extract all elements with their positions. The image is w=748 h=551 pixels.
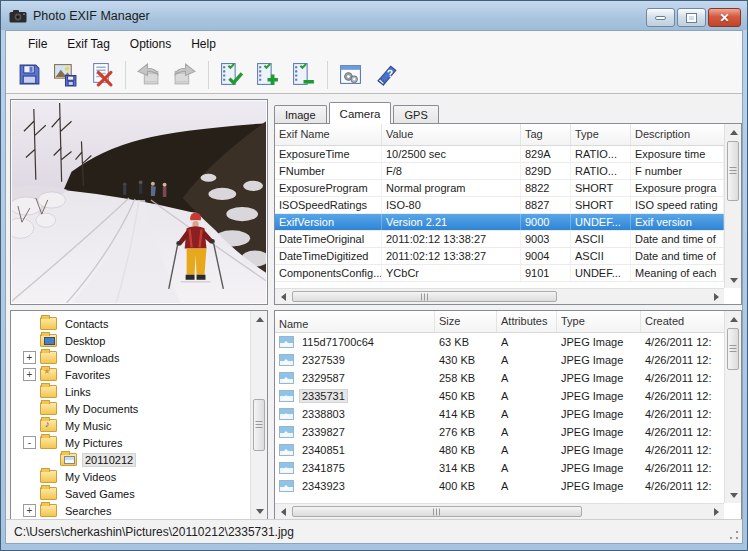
exif-table-row[interactable]: ExposureTime 10/2500 sec 829A RATIO... E…	[275, 146, 724, 163]
tree-expander-icon[interactable]	[23, 419, 36, 432]
resize-grip[interactable]	[728, 529, 740, 541]
exif-horizontal-scrollbar[interactable]	[275, 288, 724, 304]
exif-table-row[interactable]: ExifVersion Version 2.21 9000 UNDEF... E…	[275, 214, 724, 231]
tree-item[interactable]: + Downloads	[11, 349, 250, 366]
exif-table-row[interactable]: FNumber F/8 829D RATIO... F number	[275, 163, 724, 180]
tree-item-label[interactable]: My Videos	[62, 470, 119, 484]
menu-item[interactable]: Exif Tag	[57, 34, 119, 54]
scroll-down-button[interactable]	[251, 503, 268, 519]
file-list-row[interactable]: 2340851 480 KB A JPEG Image 4/26/2011 12…	[275, 441, 724, 459]
help-button[interactable]: ?	[369, 59, 403, 91]
tree-expander-icon[interactable]	[23, 487, 36, 500]
tree-item[interactable]: Links	[11, 383, 250, 400]
tree-item[interactable]: My Documents	[11, 400, 250, 417]
scroll-down-button[interactable]	[725, 272, 742, 288]
file-col-type[interactable]: Type	[557, 311, 641, 332]
tree-expander-icon[interactable]: +	[23, 368, 36, 381]
scroll-up-button[interactable]	[251, 311, 268, 327]
tree-item[interactable]: 20110212	[11, 451, 250, 468]
scroll-up-button[interactable]	[725, 311, 742, 327]
tree-expander-icon[interactable]	[23, 334, 36, 347]
exif-tab[interactable]: Camera	[329, 102, 392, 124]
exif-col-tag[interactable]: Tag	[521, 124, 571, 145]
exif-col-type[interactable]: Type	[571, 124, 631, 145]
file-col-size[interactable]: Size	[435, 311, 497, 332]
options-button[interactable]	[333, 59, 367, 91]
menu-item[interactable]: File	[18, 34, 57, 54]
tree-item-label[interactable]: Searches	[62, 504, 114, 518]
scroll-thumb[interactable]	[727, 141, 739, 201]
exif-col-name[interactable]: Exif Name	[275, 124, 382, 145]
scroll-up-button[interactable]	[725, 124, 742, 140]
tree-item[interactable]: Contacts	[11, 315, 250, 332]
file-name[interactable]: 2343923	[299, 479, 348, 493]
files-vertical-scrollbar[interactable]	[724, 311, 741, 503]
tree-item-label[interactable]: Favorites	[62, 368, 113, 382]
tree-expander-icon[interactable]: -	[23, 436, 36, 449]
next-image-button[interactable]	[167, 59, 201, 91]
file-list-row[interactable]: 2341875 314 KB A JPEG Image 4/26/2011 12…	[275, 459, 724, 477]
close-button[interactable]: ✕	[708, 8, 741, 27]
remove-exif-tag-button[interactable]	[286, 59, 320, 91]
maximize-button[interactable]	[677, 8, 706, 27]
scroll-thumb[interactable]	[292, 291, 557, 302]
tree-item[interactable]: My Videos	[11, 468, 250, 485]
tree-expander-icon[interactable]	[23, 470, 36, 483]
exif-vertical-scrollbar[interactable]	[724, 124, 741, 288]
tree-vertical-scrollbar[interactable]	[250, 311, 267, 519]
tree-item-label[interactable]: My Pictures	[62, 436, 125, 450]
delete-exif-button[interactable]	[84, 59, 118, 91]
file-list-row[interactable]: 2327539 430 KB A JPEG Image 4/26/2011 12…	[275, 351, 724, 369]
scroll-right-button[interactable]	[708, 504, 724, 520]
scroll-left-button[interactable]	[275, 289, 291, 305]
tree-expander-icon[interactable]	[23, 317, 36, 330]
tree-expander-icon[interactable]: +	[23, 504, 36, 517]
tree-item[interactable]: Saved Games	[11, 485, 250, 502]
scroll-left-button[interactable]	[275, 504, 291, 520]
file-list-row[interactable]: 2335731 450 KB A JPEG Image 4/26/2011 12…	[275, 387, 724, 405]
file-name[interactable]: 115d71700c64	[299, 335, 377, 349]
exif-tab[interactable]: Image	[274, 105, 327, 124]
exif-tab[interactable]: GPS	[393, 105, 438, 124]
file-list-row[interactable]: 115d71700c64 63 KB A JPEG Image 4/26/201…	[275, 333, 724, 351]
tree-item[interactable]: My Music	[11, 417, 250, 434]
scroll-right-button[interactable]	[708, 289, 724, 305]
tree-item-label[interactable]: Saved Games	[62, 487, 138, 501]
add-exif-tag-button[interactable]	[250, 59, 284, 91]
tree-item-label[interactable]: Links	[62, 385, 94, 399]
exif-table-row[interactable]: ExposureProgram Normal program 8822 SHOR…	[275, 180, 724, 197]
file-col-name[interactable]: Name	[275, 311, 435, 332]
scroll-thumb[interactable]	[292, 506, 582, 517]
scroll-thumb[interactable]	[253, 399, 265, 451]
tree-item-label[interactable]: Desktop	[62, 334, 108, 348]
save-image-button[interactable]	[48, 59, 82, 91]
tree-item-label[interactable]: My Music	[62, 419, 114, 433]
tree-expander-icon[interactable]: +	[23, 351, 36, 364]
menu-item[interactable]: Help	[181, 34, 226, 54]
tree-item-label[interactable]: Contacts	[62, 317, 111, 331]
tree-item-label[interactable]: Downloads	[62, 351, 122, 365]
file-name[interactable]: 2335731	[299, 389, 348, 403]
file-name[interactable]: 2329587	[299, 371, 348, 385]
file-list-row[interactable]: 2329587 258 KB A JPEG Image 4/26/2011 12…	[275, 369, 724, 387]
title-bar[interactable]: Photo EXIF Manager ✕	[1, 1, 747, 30]
file-name[interactable]: 2341875	[299, 461, 348, 475]
files-horizontal-scrollbar[interactable]	[275, 503, 724, 519]
exif-table-row[interactable]: DateTimeDigitized 2011:02:12 13:38:27 90…	[275, 248, 724, 265]
file-list-row[interactable]: 2343923 400 KB A JPEG Image 4/26/2011 12…	[275, 477, 724, 495]
tree-item[interactable]: - My Pictures	[11, 434, 250, 451]
file-list-row[interactable]: 2339827 276 KB A JPEG Image 4/26/2011 12…	[275, 423, 724, 441]
exif-table-row[interactable]: ISOSpeedRatings ISO-80 8827 SHORT ISO sp…	[275, 197, 724, 214]
tree-expander-icon[interactable]	[43, 453, 56, 466]
previous-image-button[interactable]	[131, 59, 165, 91]
exif-table-row[interactable]: DateTimeOriginal 2011:02:12 13:38:27 900…	[275, 231, 724, 248]
tree-expander-icon[interactable]	[23, 385, 36, 398]
file-name[interactable]: 2327539	[299, 353, 348, 367]
file-col-attributes[interactable]: Attributes	[497, 311, 557, 332]
file-name[interactable]: 2338803	[299, 407, 348, 421]
tree-item[interactable]: Desktop	[11, 332, 250, 349]
menu-item[interactable]: Options	[120, 34, 181, 54]
file-name[interactable]: 2340851	[299, 443, 348, 457]
exif-col-value[interactable]: Value	[382, 124, 521, 145]
tree-item[interactable]: + Searches	[11, 502, 250, 519]
